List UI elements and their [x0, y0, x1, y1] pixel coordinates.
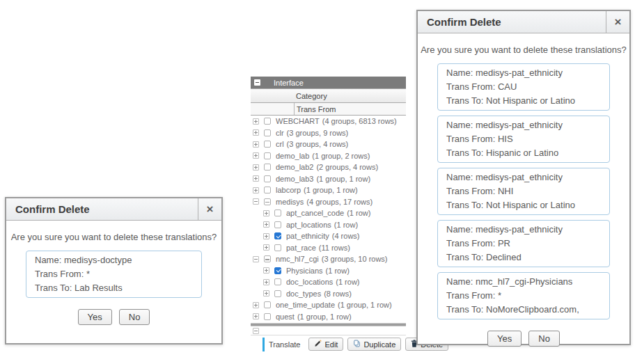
tree-row-label[interactable]: labcorp [276, 186, 301, 194]
tree-row-label[interactable]: pat_race [286, 244, 316, 252]
tree-row: labcorp (1 group, 1 row) [251, 184, 406, 196]
tree-row: apt_locations (1 row) [251, 219, 406, 231]
row-checkbox[interactable] [274, 232, 281, 239]
collapse-all-icon[interactable] [254, 79, 260, 86]
edit-button[interactable]: Edit [308, 338, 343, 351]
tree-row-label[interactable]: doc_locations [286, 278, 333, 286]
edit-button-label: Edit [324, 340, 338, 349]
expander-icon[interactable] [253, 313, 259, 319]
expander-icon[interactable] [253, 328, 259, 334]
tree-row-label[interactable]: apt_cancel_code [286, 209, 344, 217]
item-trans-to-line: Trans To: Not Hispanic or Latino [446, 198, 605, 212]
duplicate-button[interactable]: Duplicate [347, 338, 401, 351]
expander-icon[interactable] [263, 221, 269, 228]
expander-icon[interactable] [253, 302, 259, 308]
expander-icon[interactable] [253, 152, 259, 159]
row-checkbox[interactable] [274, 267, 281, 274]
expander-icon[interactable] [263, 244, 269, 251]
row-checkbox[interactable] [264, 118, 271, 125]
confirm-delete-dialog-right: Confirm Delete × Are you sure you want t… [416, 10, 631, 345]
tree-row-label[interactable]: demo_lab3 [276, 175, 313, 183]
tree-row: crl (3 groups, 4 rows) [251, 139, 406, 150]
tree-row-label[interactable]: medisys [276, 198, 304, 206]
item-trans-from-line: Trans From: CAU [446, 80, 605, 94]
expander-icon[interactable] [263, 210, 269, 216]
expander-icon[interactable] [263, 233, 269, 239]
expander-icon[interactable] [263, 290, 269, 296]
tree-row: pat_race (11 rows) [251, 242, 406, 254]
row-checkbox[interactable] [274, 278, 281, 285]
no-button[interactable]: No [528, 331, 560, 347]
row-checkbox[interactable] [274, 290, 281, 297]
panel-toolbar: Translate Edit Duplicate Delete [251, 335, 418, 353]
expander-icon[interactable] [263, 267, 269, 274]
tree-row: demo_lab3 (1 group, 1 row) [251, 173, 406, 185]
tab-translate[interactable]: Translate [269, 340, 300, 349]
row-checkbox[interactable] [264, 129, 271, 136]
expander-icon[interactable] [253, 256, 259, 262]
translation-item: Name: medisys-pat_ethnicity Trans From: … [437, 63, 610, 111]
tree-row: medisys (4 groups, 17 rows) [251, 196, 406, 208]
tree-row-count: (4 groups, 17 rows) [306, 198, 373, 206]
tree-row-label[interactable]: Physicians [286, 267, 323, 275]
tree-row-label[interactable]: quest [276, 312, 295, 321]
trans-from-header-row: Trans From [251, 103, 406, 116]
expander-icon[interactable] [253, 175, 259, 182]
tree-row: pat_ethnicity (4 rows) [251, 230, 406, 242]
tree-row-label[interactable]: crl [276, 140, 284, 148]
tree-row-label[interactable]: nmc_hl7_cgi [276, 255, 319, 263]
item-trans-to-line: Trans To: Declined [446, 251, 605, 264]
row-checkbox[interactable] [264, 313, 271, 320]
translation-item: Name: medisys-doctype Trans From: * Tran… [26, 251, 202, 298]
interface-tree-panel: Interface Category Trans From WEBCHART (… [251, 77, 406, 353]
copy-icon [353, 340, 361, 349]
tree-row-count: (11 rows) [319, 244, 350, 252]
tree-row-label[interactable]: clr [276, 129, 284, 137]
row-checkbox[interactable] [274, 244, 281, 251]
row-checkbox[interactable] [264, 175, 271, 182]
row-checkbox[interactable] [264, 255, 271, 262]
expander-icon[interactable] [253, 141, 259, 148]
left-items: Name: medisys-doctype Trans From: * Tran… [6, 251, 221, 298]
footer-expander-row [251, 326, 406, 335]
row-checkbox[interactable] [264, 187, 271, 193]
tree-row: demo_lab (1 group, 2 rows) [251, 150, 406, 162]
no-button[interactable]: No [119, 309, 150, 325]
close-icon[interactable]: × [198, 198, 221, 220]
row-checkbox[interactable] [274, 209, 281, 216]
row-checkbox[interactable] [264, 152, 271, 159]
tree-row-label[interactable]: one_time_update [276, 301, 335, 309]
dialog-title: Confirm Delete [418, 11, 606, 33]
yes-button[interactable]: Yes [78, 309, 112, 325]
expander-icon[interactable] [253, 198, 259, 205]
tree-row-count: (1 row) [326, 267, 350, 275]
tree-row-label[interactable]: WEBCHART [276, 117, 320, 125]
tree-row-label[interactable]: demo_lab [276, 152, 309, 160]
item-name-line: Name: medisys-pat_ethnicity [446, 223, 605, 237]
tree-row-label[interactable]: apt_locations [286, 221, 331, 229]
tree-row-label[interactable]: doc_types [286, 290, 321, 298]
tree-row: Physicians (1 row) [251, 265, 406, 277]
close-icon[interactable]: × [606, 11, 629, 33]
tree-row-label[interactable]: pat_ethnicity [286, 232, 329, 240]
row-checkbox[interactable] [264, 301, 271, 308]
row-checkbox[interactable] [264, 141, 271, 148]
tree-row: nmc_hl7_cgi (3 groups, 10 rows) [251, 253, 406, 265]
expander-icon[interactable] [253, 164, 259, 171]
tree-row-count: (3 groups, 10 rows) [322, 255, 388, 263]
item-trans-from-line: Trans From: HIS [446, 132, 605, 146]
expander-icon[interactable] [253, 187, 259, 193]
expander-icon[interactable] [253, 129, 259, 136]
tree-row: demo_lab2 (2 groups, 4 rows) [251, 161, 406, 173]
row-checkbox[interactable] [264, 164, 271, 171]
confirm-message: Are you sure you want to delete these tr… [418, 45, 629, 55]
translation-item: Name: medisys-pat_ethnicity Trans From: … [437, 168, 610, 215]
yes-button[interactable]: Yes [487, 331, 522, 347]
expander-icon[interactable] [253, 118, 259, 125]
item-trans-to-line: Trans To: NoMoreClipboard.com, [446, 303, 605, 317]
row-checkbox[interactable] [274, 221, 281, 228]
expander-icon[interactable] [263, 279, 269, 285]
tree-row-label[interactable]: demo_lab2 [276, 163, 313, 171]
item-trans-from-line: Trans From: PR [446, 237, 605, 251]
row-checkbox[interactable] [264, 198, 271, 205]
